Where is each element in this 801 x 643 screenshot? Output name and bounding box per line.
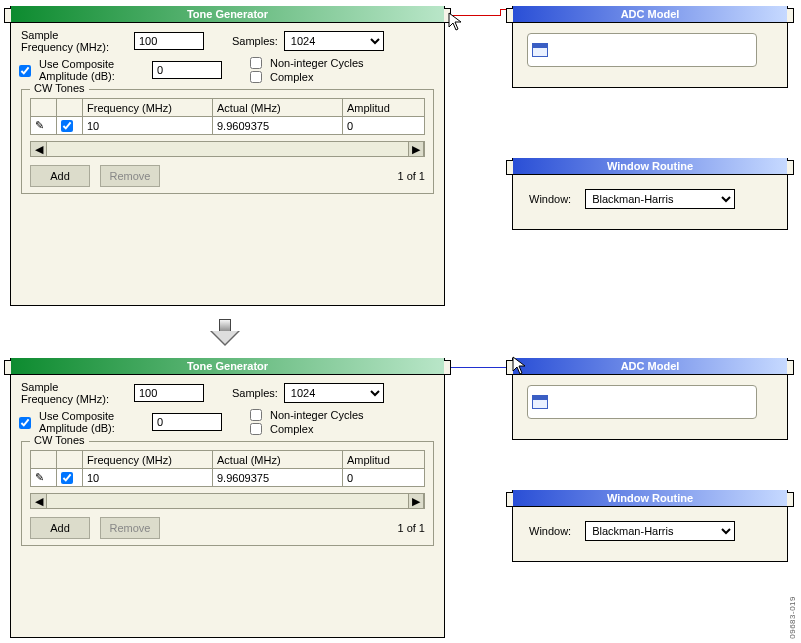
tone-generator-title: Tone Generator <box>11 6 444 23</box>
adc-preview-window[interactable] <box>527 385 757 419</box>
remove-button[interactable]: Remove <box>100 517 160 539</box>
composite-amplitude-input[interactable] <box>152 413 222 431</box>
adc-model-panel: ADC Model <box>512 6 788 88</box>
complex-label: Complex <box>270 423 313 435</box>
complex-label: Complex <box>270 71 313 83</box>
window-label: Window: <box>529 193 571 205</box>
use-composite-label: Use Composite Amplitude (dB): <box>39 410 144 434</box>
add-button[interactable]: Add <box>30 517 90 539</box>
window-routine-panel: Window Routine Window: Blackman-Harris <box>512 490 788 562</box>
page-indicator: 1 of 1 <box>397 170 425 182</box>
col-frequency: Frequency (MHz) <box>83 451 213 469</box>
adc-model-title: ADC Model <box>513 6 787 23</box>
sample-frequency-input[interactable] <box>134 384 204 402</box>
col-actual: Actual (MHz) <box>213 451 343 469</box>
non-integer-label: Non-integer Cycles <box>270 409 364 421</box>
non-integer-checkbox[interactable] <box>250 409 262 421</box>
sample-frequency-input[interactable] <box>134 32 204 50</box>
cw-tones-legend: CW Tones <box>30 434 89 446</box>
sample-frequency-label: Sample Frequency (MHz): <box>21 29 126 53</box>
cw-tones-group: CW Tones Frequency (MHz) Actual (MHz) Am… <box>21 89 434 194</box>
cw-tones-scrollbar[interactable]: ◀ ▶ <box>30 493 425 509</box>
row-enable-checkbox[interactable] <box>61 120 73 132</box>
scroll-right-icon[interactable]: ▶ <box>408 142 424 156</box>
cell-amplitude[interactable]: 0 <box>343 469 425 487</box>
cell-amplitude[interactable]: 0 <box>343 117 425 135</box>
pencil-icon: ✎ <box>31 469 57 487</box>
pencil-icon: ✎ <box>31 117 57 135</box>
non-integer-label: Non-integer Cycles <box>270 57 364 69</box>
tone-generator-panel: Tone Generator Sample Frequency (MHz): S… <box>10 358 445 638</box>
cw-tones-group: CW Tones Frequency (MHz) Actual (MHz) Am… <box>21 441 434 546</box>
use-composite-checkbox[interactable] <box>19 65 31 77</box>
scroll-left-icon[interactable]: ◀ <box>31 494 47 508</box>
scroll-left-icon[interactable]: ◀ <box>31 142 47 156</box>
scroll-right-icon[interactable]: ▶ <box>408 494 424 508</box>
cell-frequency[interactable]: 10 <box>83 117 213 135</box>
tone-generator-panel: Tone Generator Sample Frequency (MHz): S… <box>10 6 445 306</box>
page-indicator: 1 of 1 <box>397 522 425 534</box>
window-select[interactable]: Blackman-Harris <box>585 521 735 541</box>
samples-select[interactable]: 1024 <box>284 383 384 403</box>
window-label: Window: <box>529 525 571 537</box>
complex-checkbox[interactable] <box>250 71 262 83</box>
window-icon <box>532 395 548 409</box>
remove-button[interactable]: Remove <box>100 165 160 187</box>
tone-generator-title: Tone Generator <box>11 358 444 375</box>
cell-frequency[interactable]: 10 <box>83 469 213 487</box>
use-composite-checkbox[interactable] <box>19 417 31 429</box>
cw-tones-table: Frequency (MHz) Actual (MHz) Amplitud ✎ … <box>30 450 425 487</box>
samples-select[interactable]: 1024 <box>284 31 384 51</box>
down-arrow-icon <box>210 319 240 347</box>
samples-label: Samples: <box>232 35 278 47</box>
table-row[interactable]: ✎ 10 9.9609375 0 <box>31 117 425 135</box>
samples-label: Samples: <box>232 387 278 399</box>
sample-frequency-label: Sample Frequency (MHz): <box>21 381 126 405</box>
use-composite-label: Use Composite Amplitude (dB): <box>39 58 144 82</box>
doc-id: 09683-019 <box>788 596 797 639</box>
window-routine-title: Window Routine <box>513 158 787 175</box>
col-amplitude: Amplitud <box>343 451 425 469</box>
adc-preview-window[interactable] <box>527 33 757 67</box>
row-enable-checkbox[interactable] <box>61 472 73 484</box>
table-row[interactable]: ✎ 10 9.9609375 0 <box>31 469 425 487</box>
cell-actual: 9.9609375 <box>213 469 343 487</box>
composite-amplitude-input[interactable] <box>152 61 222 79</box>
col-frequency: Frequency (MHz) <box>83 99 213 117</box>
cell-actual: 9.9609375 <box>213 117 343 135</box>
window-select[interactable]: Blackman-Harris <box>585 189 735 209</box>
cw-tones-table: Frequency (MHz) Actual (MHz) Amplitud ✎ … <box>30 98 425 135</box>
wire-tonegen-to-adc <box>451 15 501 16</box>
window-routine-panel: Window Routine Window: Blackman-Harris <box>512 158 788 230</box>
cw-tones-legend: CW Tones <box>30 82 89 94</box>
col-actual: Actual (MHz) <box>213 99 343 117</box>
wire-tonegen-to-adc <box>451 367 506 368</box>
complex-checkbox[interactable] <box>250 423 262 435</box>
cw-tones-scrollbar[interactable]: ◀ ▶ <box>30 141 425 157</box>
window-routine-title: Window Routine <box>513 490 787 507</box>
window-icon <box>532 43 548 57</box>
adc-model-panel: ADC Model <box>512 358 788 440</box>
non-integer-checkbox[interactable] <box>250 57 262 69</box>
adc-model-title: ADC Model <box>513 358 787 375</box>
add-button[interactable]: Add <box>30 165 90 187</box>
col-amplitude: Amplitud <box>343 99 425 117</box>
